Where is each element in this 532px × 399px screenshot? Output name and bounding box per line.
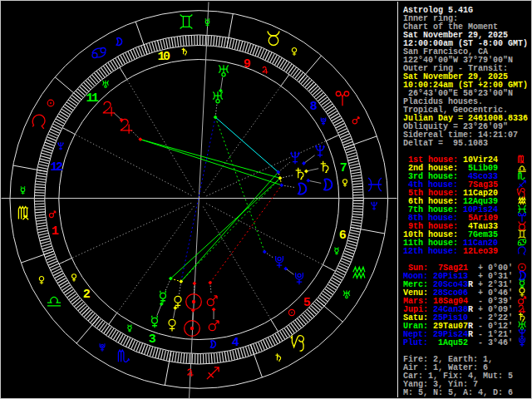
svg-text:2: 2 [83,288,91,302]
svg-text:6: 6 [339,229,347,243]
svg-text:4: 4 [232,336,239,350]
svg-text:7: 7 [340,161,347,175]
svg-text:10: 10 [157,50,170,64]
svg-text:3: 3 [149,332,156,347]
svg-text:8: 8 [310,100,318,114]
svg-text:1: 1 [52,224,59,239]
